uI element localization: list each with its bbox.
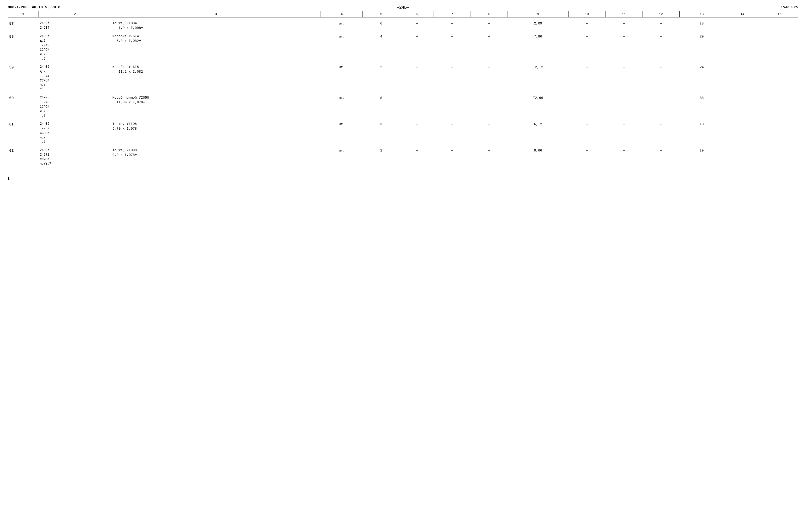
row-code: ч.Ут.7 <box>39 162 111 166</box>
row-col11: — <box>605 96 642 118</box>
row-description <box>111 105 321 109</box>
row-number: 57 <box>8 21 39 31</box>
row-col15 <box>761 21 798 31</box>
row-col12: — <box>642 34 679 61</box>
header-right: 19463-29 <box>781 5 798 10</box>
row-code: ССРОИ <box>39 79 111 83</box>
page-header: 908-I-200. Ан.I8.5, кн.8 —24Б— 19463-29 <box>8 5 798 10</box>
row-number: 59 <box>8 65 39 92</box>
row-number: 58 <box>8 34 39 61</box>
header-center: —24Б— <box>397 5 409 10</box>
row-code: ч.У <box>39 136 111 140</box>
row-col11: — <box>605 148 642 166</box>
row-col14 <box>724 96 761 118</box>
row-code: т.7 <box>39 114 111 118</box>
row-value: 6,I2 <box>508 122 568 145</box>
row-description <box>111 52 321 57</box>
page-footer: L <box>8 177 798 182</box>
row-col7: — <box>434 148 471 166</box>
row-value: 9,66 <box>508 148 568 166</box>
row-unit: шт. <box>321 96 363 118</box>
row-col14 <box>724 34 761 61</box>
row-code: ССРОИ <box>39 105 111 109</box>
col-header-11: 11 <box>605 11 642 17</box>
row-col15 <box>761 34 798 61</box>
row-total: 24 <box>679 65 724 92</box>
row-col6: — <box>400 65 434 92</box>
row-code: 24-05 <box>39 21 111 26</box>
row-quantity: 6 <box>363 21 400 31</box>
row-unit: шт. <box>321 21 363 31</box>
row-total: I9 <box>679 148 724 166</box>
row-description: Коробка У-6I4 <box>111 34 321 39</box>
col-header-6: 6 <box>400 11 434 17</box>
row-description <box>111 157 321 162</box>
row-description <box>111 83 321 88</box>
row-col8: — <box>471 96 508 118</box>
row-total: I8 <box>679 122 724 145</box>
row-code: ч.У <box>39 52 111 57</box>
row-col14 <box>724 65 761 92</box>
row-col10: — <box>568 34 605 61</box>
row-code: I-278 <box>39 100 111 105</box>
col-header-2: 2 <box>39 11 111 17</box>
row-col7: — <box>434 65 471 92</box>
row-col11: — <box>605 65 642 92</box>
table-row: 5824-05Коробка У-6I4шт.4———7,86———29 <box>8 34 798 39</box>
col-header-4: 4 <box>321 11 363 17</box>
row-col11: — <box>605 122 642 145</box>
row-description <box>111 74 321 79</box>
row-description <box>111 57 321 61</box>
row-total: 88 <box>679 96 724 118</box>
row-number: 62 <box>8 148 39 166</box>
row-col10: — <box>568 96 605 118</box>
col-header-13: 13 <box>679 11 724 17</box>
row-description: II,80 x I,078= <box>111 100 321 105</box>
row-col10: — <box>568 148 605 166</box>
row-code: ч.У <box>39 109 111 114</box>
table-header-row: 1 2 3 4 5 6 7 8 9 10 11 12 13 14 15 <box>8 11 798 17</box>
col-header-15: 15 <box>761 11 798 17</box>
row-col8: — <box>471 122 508 145</box>
row-col10: — <box>568 21 605 31</box>
row-unit: шт. <box>321 34 363 61</box>
row-col11: — <box>605 34 642 61</box>
col-header-14: 14 <box>724 11 761 17</box>
row-code: т.7 <box>39 140 111 145</box>
table-row: 6224-05То же, УI098шт.2———9,66———I9 <box>8 148 798 153</box>
row-description <box>111 162 321 166</box>
row-code: I-04Б <box>39 43 111 48</box>
row-code: I-252 <box>39 127 111 131</box>
row-col8: — <box>471 148 508 166</box>
row-col6: — <box>400 96 434 118</box>
row-col15 <box>761 96 798 118</box>
row-code: д.2 <box>39 39 111 43</box>
row-code: д.2 <box>39 70 111 74</box>
col-header-1: 1 <box>8 11 39 17</box>
table-row: 6024-05Короб прямой УI050шт.8———I2,66———… <box>8 96 798 100</box>
row-col12: — <box>642 65 679 92</box>
row-description <box>111 136 321 140</box>
row-description <box>111 140 321 145</box>
row-value: I2,I2 <box>508 65 568 92</box>
row-col15 <box>761 65 798 92</box>
row-code: ч.У <box>39 83 111 88</box>
row-quantity: 8 <box>363 96 400 118</box>
row-code: 24-05 <box>39 96 111 100</box>
row-quantity: 4 <box>363 34 400 61</box>
row-code: 24-05 <box>39 122 111 127</box>
col-header-3: 3 <box>111 11 321 17</box>
spacer-row <box>8 118 798 122</box>
row-number: 6I <box>8 122 39 145</box>
row-description: То же, УII05 <box>111 122 321 127</box>
row-code: ССРОИ <box>39 131 111 136</box>
col-header-7: 7 <box>434 11 471 17</box>
footer-symbol: L <box>8 177 11 182</box>
row-col14 <box>724 148 761 166</box>
header-left: 908-I-200. Ан.I8.5, кн.8 <box>8 5 60 10</box>
col-header-5: 5 <box>363 11 400 17</box>
row-col7: — <box>434 96 471 118</box>
row-col6: — <box>400 148 434 166</box>
row-code: I-272 <box>39 153 111 157</box>
row-unit: шт. <box>321 65 363 92</box>
